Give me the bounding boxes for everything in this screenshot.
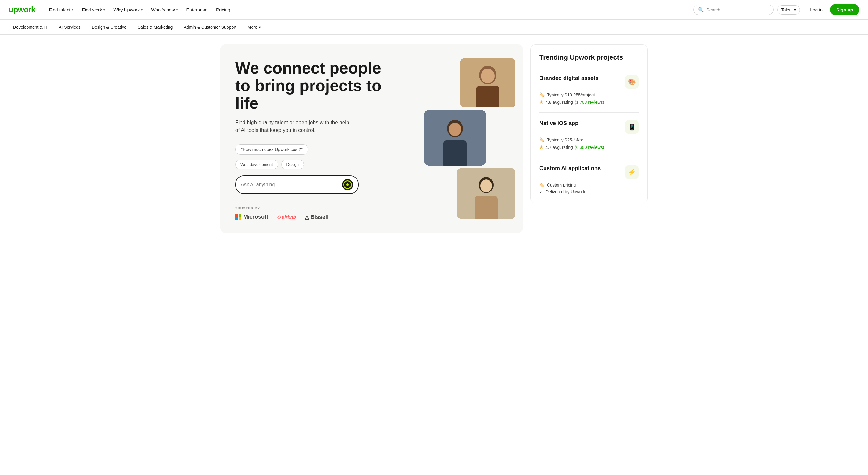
check-icon: ✓ [539, 189, 543, 194]
review-count-1: (1,703 reviews) [575, 100, 604, 105]
talent-dropdown-caret: ▾ [794, 7, 796, 12]
subnav-ai[interactable]: AI Services [54, 23, 85, 31]
svg-point-3 [481, 68, 495, 83]
project-item-ai: Custom AI applications ⚡ 🏷️ Custom prici… [539, 158, 639, 194]
delivered-row: ✓ Delivered by Upwork [539, 189, 639, 194]
search-icon: 🔍 [698, 7, 704, 13]
talent-dropdown[interactable]: Talent ▾ [777, 5, 800, 14]
navbar: upwork Find talent ▾ Find work ▾ Why Upw… [0, 0, 868, 20]
subnav-sales[interactable]: Sales & Marketing [133, 23, 177, 31]
search-bar[interactable]: 🔍 [693, 5, 774, 15]
svg-rect-2 [476, 86, 499, 108]
project-price-1: 🏷️ Typically $10-255/project [539, 92, 639, 97]
trusted-by-section: TRUSTED BY Microsoft ◇ airbnb [235, 206, 396, 220]
microsoft-grid-icon [235, 214, 241, 220]
find-work-nav[interactable]: Find work ▾ [79, 5, 108, 15]
search-input[interactable] [707, 7, 769, 12]
project-name-1: Branded digital assets [539, 75, 598, 82]
project-name-3: Custom AI applications [539, 165, 601, 172]
price-tag-icon: 🏷️ [539, 92, 545, 97]
project-rating-2: ★ 4.7 avg. rating (6,300 reviews) [539, 144, 639, 150]
trending-section: Trending Upwork projects Branded digital… [530, 44, 648, 233]
review-count-2: (6,300 reviews) [575, 145, 604, 150]
whats-new-caret: ▾ [176, 8, 178, 11]
price-tag-icon-3: 🏷️ [539, 182, 545, 187]
ai-search-input[interactable] [241, 182, 339, 187]
subnav: Development & IT AI Services Design & Cr… [0, 20, 868, 35]
star-icon-2: ★ [539, 144, 544, 150]
project-item-branded: Branded digital assets 🎨 🏷️ Typically $1… [539, 68, 639, 113]
svg-point-7 [449, 123, 461, 136]
hero-photo-2 [424, 110, 486, 166]
ai-search-bar[interactable] [235, 175, 359, 194]
auth-buttons: Log in Sign up [805, 4, 859, 16]
find-work-caret: ▾ [103, 8, 105, 11]
more-caret: ▾ [259, 25, 261, 30]
project-price-2: 🏷️ Typically $25-44/hr [539, 138, 639, 142]
signup-button[interactable]: Sign up [830, 4, 859, 16]
subnav-admin[interactable]: Admin & Customer Support [179, 23, 241, 31]
svg-rect-6 [443, 140, 467, 166]
pricing-nav[interactable]: Pricing [212, 5, 234, 15]
project-icon-2: 📱 [625, 120, 639, 134]
microsoft-logo: Microsoft [235, 214, 268, 220]
subnav-dev-it[interactable]: Development & IT [9, 23, 52, 31]
hero-title: We connect people to bring projects to l… [235, 59, 396, 112]
pill-design[interactable]: Design [281, 160, 304, 169]
project-name-2: Native iOS app [539, 120, 579, 127]
subnav-design[interactable]: Design & Creative [87, 23, 131, 31]
hero-photos [424, 44, 523, 233]
pill-row: Web development Design [235, 160, 396, 169]
hero-section: We connect people to bring projects to l… [220, 44, 523, 233]
airbnb-logo: ◇ airbnb [277, 214, 296, 220]
hero-photo-3 [457, 168, 516, 219]
project-item-ios: Native iOS app 📱 🏷️ Typically $25-44/hr … [539, 113, 639, 158]
custom-price-row: 🏷️ Custom pricing [539, 182, 639, 187]
project-icon-3: ⚡ [625, 165, 639, 179]
trusted-logos: Microsoft ◇ airbnb △ Bissell [235, 214, 396, 220]
enterprise-nav[interactable]: Enterprise [183, 5, 211, 15]
trusted-label: TRUSTED BY [235, 206, 396, 210]
login-button[interactable]: Log in [805, 5, 828, 15]
project-rating-1: ★ 4.8 avg. rating (1,703 reviews) [539, 99, 639, 105]
project-icon-1: 🎨 [625, 75, 639, 89]
bissell-logo: △ Bissell [305, 214, 329, 220]
nav-links: Find talent ▾ Find work ▾ Why Upwork ▾ W… [45, 5, 693, 15]
price-tag-icon-2: 🏷️ [539, 138, 545, 142]
hero-left: We connect people to bring projects to l… [235, 59, 396, 220]
suggestion-pill[interactable]: "How much does Upwork cost?" [235, 144, 308, 155]
find-talent-caret: ▾ [72, 8, 73, 11]
main-content: We connect people to bring projects to l… [212, 35, 656, 243]
trending-title: Trending Upwork projects [539, 53, 639, 61]
star-icon: ★ [539, 99, 544, 105]
ai-icon [342, 179, 353, 190]
why-upwork-nav[interactable]: Why Upwork ▾ [110, 5, 146, 15]
upwork-logo[interactable]: upwork [9, 5, 35, 14]
hero-photo-1 [460, 58, 516, 108]
whats-new-nav[interactable]: What's new ▾ [148, 5, 182, 15]
pill-web-dev[interactable]: Web development [235, 160, 278, 169]
trending-card: Trending Upwork projects Branded digital… [530, 44, 648, 203]
hero-subtitle: Find high-quality talent or open jobs wi… [235, 119, 352, 135]
why-upwork-caret: ▾ [141, 8, 143, 11]
subnav-more[interactable]: More ▾ [243, 23, 265, 31]
svg-point-11 [480, 179, 492, 192]
svg-rect-10 [475, 196, 498, 219]
find-talent-nav[interactable]: Find talent ▾ [45, 5, 77, 15]
